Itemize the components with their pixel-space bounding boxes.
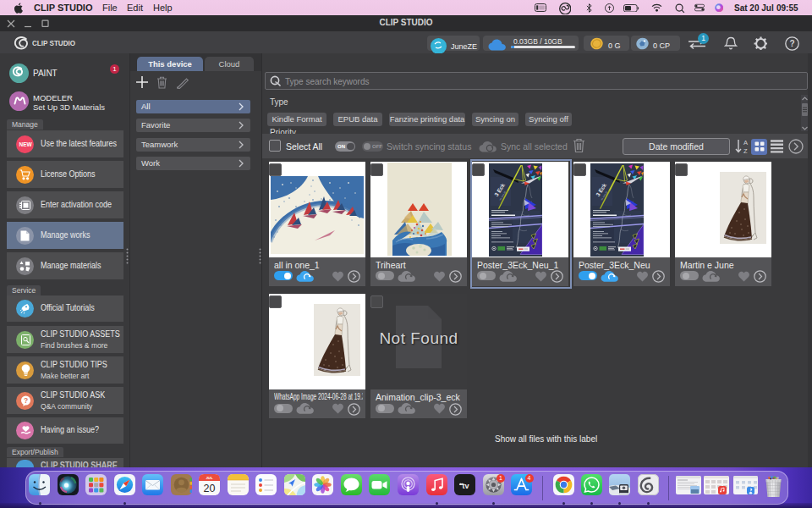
svg-text:A: A <box>743 139 748 146</box>
svg-text:Z: Z <box>743 147 748 154</box>
svg-text:20: 20 <box>204 483 216 494</box>
svg-text:tv: tv <box>462 482 469 490</box>
svg-text:?: ? <box>789 39 794 48</box>
svg-text:Not Found: Not Found <box>379 329 458 347</box>
svg-text:?: ? <box>23 396 27 405</box>
svg-text:JUL: JUL <box>206 476 213 480</box>
